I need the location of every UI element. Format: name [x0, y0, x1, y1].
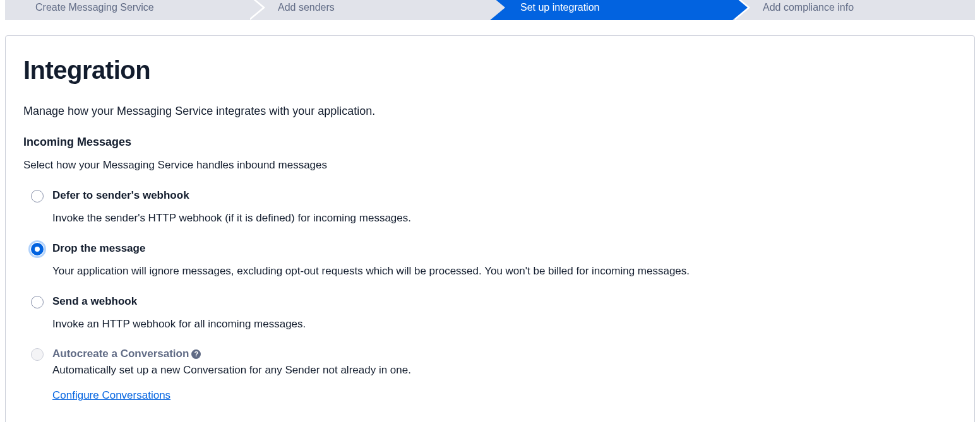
option-defer-webhook[interactable]: Defer to sender's webhook Invoke the sen… [23, 184, 957, 237]
option-desc: Invoke an HTTP webhook for all incoming … [52, 317, 957, 332]
step-create-messaging-service[interactable]: Create Messaging Service [5, 0, 248, 20]
option-label: Defer to sender's webhook [52, 189, 189, 202]
option-desc: Automatically set up a new Conversation … [52, 363, 957, 378]
step-add-compliance-info[interactable]: Add compliance info [732, 0, 975, 20]
step-label: Add compliance info [763, 2, 854, 13]
step-label: Add senders [278, 2, 335, 13]
option-label-text: Autocreate a Conversation [52, 348, 189, 360]
option-label: Drop the message [52, 242, 145, 255]
step-label: Set up integration [520, 2, 599, 13]
step-set-up-integration[interactable]: Set up integration [490, 0, 732, 20]
option-send-webhook[interactable]: Send a webhook Invoke an HTTP webhook fo… [23, 290, 957, 343]
radio-defer-webhook[interactable] [31, 190, 44, 202]
step-label: Create Messaging Service [35, 2, 154, 13]
page-title: Integration [23, 56, 957, 85]
page-intro: Manage how your Messaging Service integr… [23, 105, 957, 118]
radio-autocreate-conversation [31, 348, 44, 361]
option-desc: Invoke the sender's HTTP webhook (if it … [52, 211, 957, 226]
integration-card: Integration Manage how your Messaging Se… [5, 35, 975, 422]
option-autocreate-conversation: Autocreate a Conversation ? Automaticall… [23, 343, 957, 413]
help-icon[interactable]: ? [191, 349, 201, 359]
radio-drop-message[interactable] [31, 243, 44, 255]
wizard-stepper: Create Messaging Service Add senders Set… [5, 0, 975, 20]
configure-conversations-link[interactable]: Configure Conversations [52, 389, 170, 402]
radio-send-webhook[interactable] [31, 296, 44, 308]
section-heading: Incoming Messages [23, 136, 957, 149]
option-desc: Your application will ignore messages, e… [52, 264, 957, 279]
option-drop-message[interactable]: Drop the message Your application will i… [23, 237, 957, 290]
option-label: Autocreate a Conversation ? [52, 348, 201, 360]
step-add-senders[interactable]: Add senders [248, 0, 490, 20]
section-intro: Select how your Messaging Service handle… [23, 159, 957, 172]
option-label: Send a webhook [52, 295, 137, 308]
